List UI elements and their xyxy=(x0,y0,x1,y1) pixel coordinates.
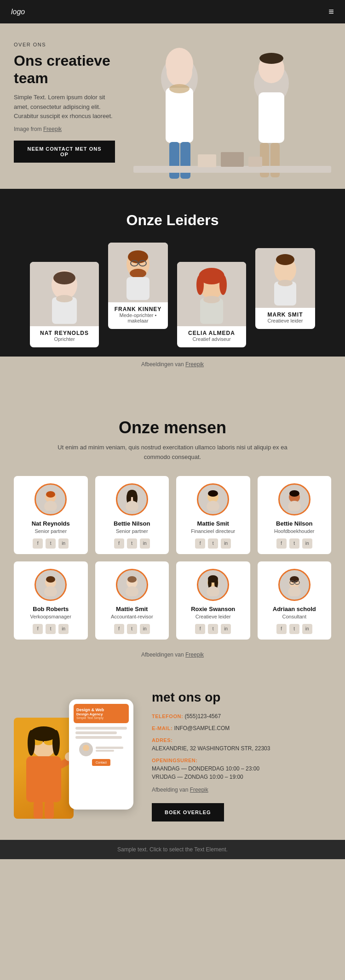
menu-icon[interactable]: ≡ xyxy=(328,6,334,17)
svg-rect-28 xyxy=(126,277,150,300)
person-card-0: Nat Reynolds Senior partner f t in xyxy=(14,476,88,554)
leaders-credit-link[interactable]: Freepik xyxy=(185,361,204,368)
svg-rect-10 xyxy=(259,92,284,143)
facebook-icon-4[interactable]: f xyxy=(33,624,43,634)
twitter-icon-3[interactable]: t xyxy=(289,538,299,549)
instagram-icon-2[interactable]: in xyxy=(221,538,231,549)
hero-credit-link[interactable]: Freepik xyxy=(43,126,62,132)
instagram-icon-1[interactable]: in xyxy=(140,538,150,549)
contact-phone-line: TELEFOON: (555)123-4567 xyxy=(152,712,331,720)
facebook-icon-0[interactable]: f xyxy=(33,538,43,549)
facebook-icon-7[interactable]: f xyxy=(276,624,287,634)
logo: logo xyxy=(11,8,25,16)
svg-point-36 xyxy=(276,254,294,265)
contact-lady-image xyxy=(14,718,74,819)
svg-point-76 xyxy=(52,730,60,756)
person-socials-0: f t in xyxy=(18,538,83,549)
person-card-6: Roxie Swanson Creatieve leider f t in xyxy=(176,561,250,640)
instagram-icon-5[interactable]: in xyxy=(140,624,150,634)
person-role-7: Consultant xyxy=(262,614,327,619)
person-socials-4: f t in xyxy=(18,624,83,634)
leader-name-mark: MARK SMIT xyxy=(255,312,315,318)
person-card-2: Mattie Smit Financieel directeur f t in xyxy=(176,476,250,554)
person-role-4: Verkoopsmanager xyxy=(18,614,83,619)
person-socials-6: f t in xyxy=(181,624,246,634)
hero-description: Simple Text. Lorem ipsum dolor sit amet,… xyxy=(14,93,115,121)
facebook-icon-3[interactable]: f xyxy=(276,538,287,549)
leader-name-frank: FRANK KINNEY xyxy=(108,306,168,312)
hero-content: OVER ONS Ons creatieve team Simple Text.… xyxy=(14,42,115,163)
person-role-6: Creatieve leider xyxy=(181,614,246,619)
instagram-icon-4[interactable]: in xyxy=(58,624,69,634)
person-card-4: Bob Roberts Verkoopsmanager f t in xyxy=(14,561,88,640)
people-credit-link[interactable]: Freepik xyxy=(185,651,204,658)
svg-point-31 xyxy=(196,275,204,295)
contact-address-line: ADRES: ALEXANDRIE, 32 WASHINGTORN STR, 2… xyxy=(152,736,331,753)
facebook-icon-6[interactable]: f xyxy=(195,624,205,634)
people-title: Onze mensen xyxy=(14,418,331,437)
hero-title: Ons creatieve team xyxy=(14,52,115,87)
instagram-icon-3[interactable]: in xyxy=(302,538,312,549)
hero-cta-button[interactable]: NEEM CONTACT MET ONS OP xyxy=(14,141,115,163)
person-avatar-1 xyxy=(116,483,148,515)
contact-section: Design & Web Design Agency Simple Text S… xyxy=(0,681,345,840)
person-avatar-3 xyxy=(278,483,310,515)
contact-credit: Afbeelding van Freepik xyxy=(152,787,331,793)
svg-point-34 xyxy=(203,296,220,303)
person-role-0: Senior partner xyxy=(18,528,83,534)
facebook-icon-5[interactable]: f xyxy=(114,624,124,634)
contact-images: Design & Web Design Agency Simple Text S… xyxy=(14,690,143,819)
people-credit: Afbeeldingen van Freepik xyxy=(14,647,331,672)
hero-label: OVER ONS xyxy=(14,42,115,47)
facebook-icon-1[interactable]: f xyxy=(114,538,124,549)
person-socials-3: f t in xyxy=(262,538,327,549)
contact-hours-line: OPENINGSUREN: MAANDAG — DONDERDAG 10:00 … xyxy=(152,756,331,781)
person-role-2: Financieel directeur xyxy=(181,528,246,534)
contact-email-line: E-MAIL: INFO@SAMPLE.COM xyxy=(152,724,331,732)
twitter-icon-4[interactable]: t xyxy=(46,624,56,634)
leader-role-frank: Mede-oprichter • makelaar xyxy=(108,312,168,323)
person-socials-1: f t in xyxy=(100,538,165,549)
facebook-icon-2[interactable]: f xyxy=(195,538,205,549)
svg-point-48 xyxy=(208,490,218,497)
person-role-1: Senior partner xyxy=(100,528,165,534)
person-socials-2: f t in xyxy=(181,538,246,549)
svg-point-82 xyxy=(83,745,89,751)
leader-card-frank: FRANK KINNEY Mede-oprichter • makelaar xyxy=(108,243,168,329)
instagram-icon-6[interactable]: in xyxy=(221,624,231,634)
twitter-icon-1[interactable]: t xyxy=(127,538,137,549)
svg-point-21 xyxy=(56,295,73,302)
leader-role-celia: Creatief adviseur xyxy=(177,336,246,342)
instagram-icon-7[interactable]: in xyxy=(302,624,312,634)
person-card-3: Bettie Nilson Hoofdboekhouder f t in xyxy=(258,476,332,554)
twitter-icon-5[interactable]: t xyxy=(127,624,137,634)
hero-image-area xyxy=(106,23,345,189)
svg-rect-81 xyxy=(45,801,54,819)
twitter-icon-2[interactable]: t xyxy=(208,538,218,549)
contact-title: met ons op xyxy=(152,690,331,705)
svg-point-83 xyxy=(81,751,91,756)
person-avatar-6 xyxy=(197,569,229,601)
svg-point-49 xyxy=(207,501,219,511)
leader-name-celia: CELIA ALMEDA xyxy=(177,330,246,336)
leader-name-nat: NAT REYNOLDS xyxy=(30,330,99,336)
contact-credit-link[interactable]: Freepik xyxy=(190,787,208,793)
person-card-7: Adriaan schold Consultant f t in xyxy=(258,561,332,640)
svg-point-41 xyxy=(44,501,57,511)
twitter-icon-7[interactable]: t xyxy=(289,624,299,634)
svg-rect-6 xyxy=(169,142,179,179)
leader-card-celia: CELIA ALMEDA Creatief adviseur xyxy=(177,262,246,347)
person-avatar-7 xyxy=(278,569,310,601)
contact-cta-button[interactable]: BOEK OVERLEG xyxy=(152,803,224,821)
leader-photo-mark xyxy=(255,248,315,308)
svg-point-5 xyxy=(169,84,190,93)
person-name-3: Bettie Nilson xyxy=(262,520,327,527)
person-name-2: Mattie Smit xyxy=(181,520,246,527)
leader-role-nat: Oprichter xyxy=(30,336,99,342)
twitter-icon-0[interactable]: t xyxy=(46,538,56,549)
svg-rect-77 xyxy=(26,756,61,802)
twitter-icon-6[interactable]: t xyxy=(208,624,218,634)
svg-point-38 xyxy=(278,280,293,286)
people-grid-row2: Bob Roberts Verkoopsmanager f t in Matti… xyxy=(14,561,331,640)
instagram-icon-0[interactable]: in xyxy=(58,538,69,549)
